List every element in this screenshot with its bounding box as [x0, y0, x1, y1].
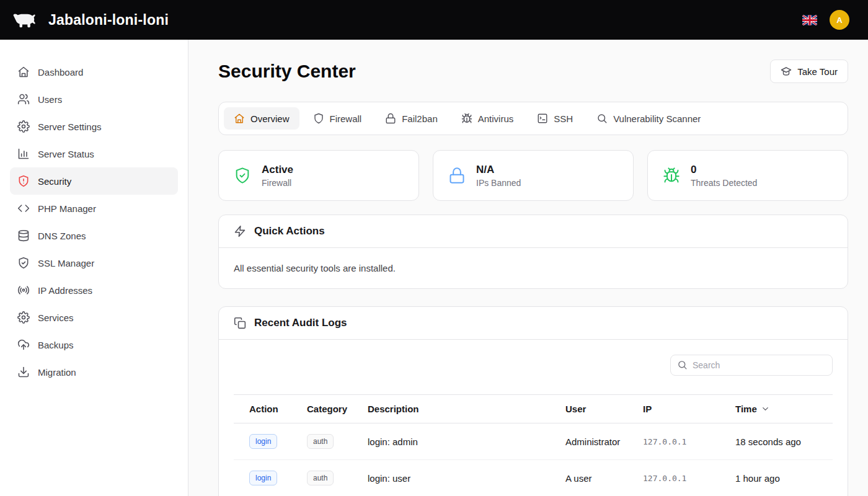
sidebar-item-php-manager[interactable]: PHP Manager	[10, 195, 178, 222]
tab-label: Antivirus	[478, 113, 514, 124]
sidebar-item-label: IP Addresses	[38, 285, 92, 296]
cell-time: 1 hour ago	[730, 460, 833, 496]
stat-value: Active	[262, 164, 293, 176]
tab-label: Fail2ban	[402, 113, 438, 124]
action-badge: login	[249, 471, 277, 485]
bug-icon	[461, 113, 472, 124]
cell-user: A user	[560, 460, 638, 496]
shield-alert-icon	[17, 175, 30, 187]
audit-logs-table: Action Category Description User IP Time	[234, 394, 833, 496]
home-icon	[234, 113, 245, 124]
sidebar-item-server-settings[interactable]: Server Settings	[10, 113, 178, 140]
cell-description: login: user	[363, 460, 560, 496]
tab-fail2ban[interactable]: Fail2ban	[375, 107, 448, 130]
top-header: Jabaloni-loni-loni A	[0, 0, 868, 40]
main-content: Security Center Take Tour Overview Firew…	[188, 40, 868, 496]
column-header-ip[interactable]: IP	[638, 395, 730, 423]
home-icon	[17, 66, 30, 78]
column-header-time-label: Time	[735, 404, 757, 414]
sidebar-item-migration[interactable]: Migration	[10, 358, 178, 386]
column-header-action[interactable]: Action	[234, 395, 302, 423]
language-flag-icon[interactable]	[802, 15, 817, 25]
security-tabs: Overview Firewall Fail2ban Antivirus SSH…	[218, 102, 848, 135]
cell-user: Administrator	[560, 423, 638, 460]
sidebar-item-services[interactable]: Services	[10, 304, 178, 331]
sidebar-item-dns-zones[interactable]: DNS Zones	[10, 222, 178, 249]
tab-antivirus[interactable]: Antivirus	[451, 107, 524, 130]
sidebar-item-backups[interactable]: Backups	[10, 331, 178, 358]
sidebar-item-server-status[interactable]: Server Status	[10, 140, 178, 167]
gear-icon	[17, 120, 30, 133]
lock-icon	[385, 113, 396, 124]
sidebar-item-ip-addresses[interactable]: IP Addresses	[10, 277, 178, 304]
shield-icon	[313, 113, 324, 124]
search-icon	[677, 360, 688, 370]
cell-description: login: admin	[363, 423, 560, 460]
sidebar-item-dashboard[interactable]: Dashboard	[10, 58, 178, 86]
code-icon	[17, 202, 30, 215]
scan-icon	[596, 113, 608, 124]
app-title: Jabaloni-loni-loni	[48, 12, 169, 29]
table-header-row: Action Category Description User IP Time	[234, 395, 833, 423]
tab-ssh[interactable]: SSH	[527, 107, 583, 130]
tab-vulnerability-scanner[interactable]: Vulnerability Scanner	[587, 107, 711, 130]
user-avatar[interactable]: A	[830, 10, 849, 30]
tab-firewall[interactable]: Firewall	[303, 107, 372, 130]
header-actions: A	[802, 10, 858, 30]
users-icon	[17, 93, 30, 105]
terminal-icon	[537, 113, 548, 124]
brand: Jabaloni-loni-loni	[10, 9, 169, 30]
sidebar-item-label: Users	[38, 94, 62, 105]
stat-label: Threats Detected	[691, 178, 757, 188]
lock-icon	[448, 167, 466, 184]
sidebar-item-label: Server Status	[38, 149, 94, 159]
cell-category: auth	[302, 423, 363, 460]
sidebar-item-label: Migration	[38, 367, 76, 378]
status-card-threats: 0 Threats Detected	[647, 150, 848, 201]
column-header-time[interactable]: Time	[730, 395, 833, 423]
sidebar-item-security[interactable]: Security	[10, 167, 178, 195]
sidebar-item-label: PHP Manager	[38, 203, 96, 214]
cell-action: login	[234, 423, 302, 460]
bar-chart-icon	[17, 148, 30, 160]
sidebar-item-label: Dashboard	[38, 67, 83, 78]
sidebar-item-label: DNS Zones	[38, 231, 86, 241]
search-input[interactable]	[670, 355, 833, 376]
column-header-user[interactable]: User	[560, 395, 638, 423]
cell-category: auth	[302, 460, 363, 496]
shield-check-icon	[17, 257, 30, 269]
action-badge: login	[249, 434, 277, 449]
quick-actions-message: All essential security tools are install…	[234, 263, 833, 273]
table-row: login auth login: user A user 127.0.0.1 …	[234, 460, 833, 496]
tab-label: Overview	[250, 113, 290, 124]
database-icon	[17, 229, 30, 242]
category-badge: auth	[307, 434, 334, 449]
cloud-upload-icon	[17, 339, 30, 351]
sidebar-item-users[interactable]: Users	[10, 86, 178, 113]
bug-icon	[663, 167, 680, 184]
take-tour-button[interactable]: Take Tour	[770, 60, 848, 83]
status-card-ips-banned: N/A IPs Banned	[433, 150, 634, 201]
cell-time: 18 seconds ago	[730, 423, 833, 460]
quick-actions-card: Quick Actions All essential security too…	[218, 215, 848, 289]
shield-check-icon	[234, 167, 251, 184]
stat-label: IPs Banned	[476, 178, 521, 188]
category-badge: auth	[307, 471, 334, 485]
tab-overview[interactable]: Overview	[224, 107, 299, 130]
chevron-down-icon	[761, 404, 770, 414]
cell-ip: 127.0.0.1	[638, 460, 730, 496]
stat-label: Firewall	[262, 178, 293, 188]
column-header-description[interactable]: Description	[363, 395, 560, 423]
graduation-cap-icon	[781, 66, 792, 77]
sidebar-item-label: Backups	[38, 340, 74, 350]
cell-action: login	[234, 460, 302, 496]
copy-icon	[234, 317, 246, 329]
sidebar: Dashboard Users Server Settings Server S…	[0, 40, 188, 496]
download-icon	[17, 366, 30, 378]
gear-icon	[17, 311, 30, 324]
column-header-category[interactable]: Category	[302, 395, 363, 423]
sidebar-item-label: Services	[38, 312, 74, 323]
search-box	[670, 355, 833, 376]
sidebar-item-ssl-manager[interactable]: SSL Manager	[10, 249, 178, 277]
stat-value: 0	[691, 164, 757, 176]
